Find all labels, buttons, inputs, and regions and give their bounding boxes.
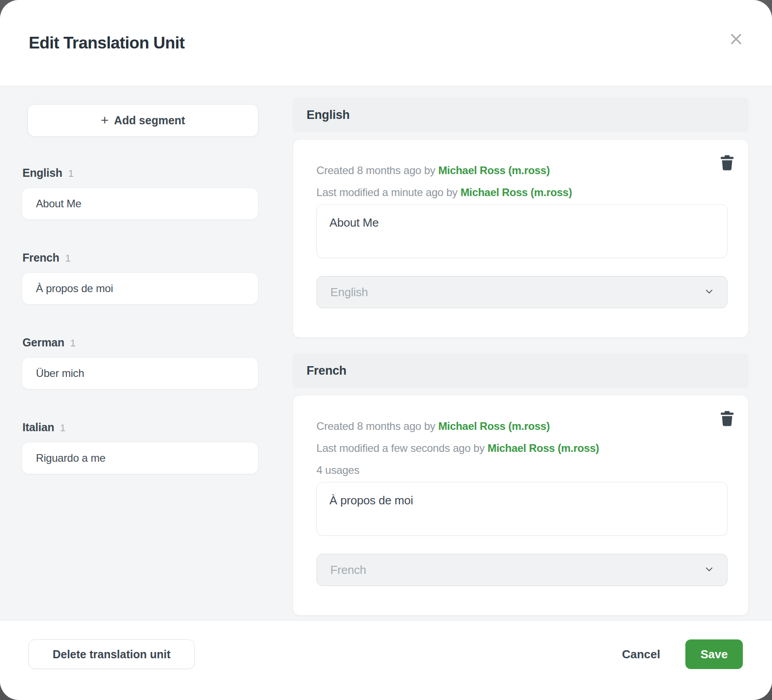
segment-list-panel: + Add segment English 1 About Me French … (22, 86, 259, 620)
section-title: English (307, 108, 350, 122)
segment-language-label: English (22, 166, 62, 179)
dialog-footer: Delete translation unit Cancel Save (0, 620, 772, 700)
segment-label-row: Italian 1 (22, 421, 259, 434)
segment-list-item-italian[interactable]: Riguardo a me (22, 442, 259, 474)
footer-actions: Cancel Save (622, 639, 743, 669)
language-select[interactable]: French (316, 554, 728, 586)
segment-count-badge: 1 (60, 422, 66, 434)
close-button[interactable] (725, 29, 747, 50)
section-header-english: English (293, 98, 749, 132)
section-header-french: French (293, 354, 749, 388)
chevron-down-icon (703, 563, 715, 577)
modified-prefix: Last modified a few seconds ago by (316, 442, 485, 454)
plus-icon: + (101, 113, 109, 128)
segment-list-item-french[interactable]: À propos de moi (22, 272, 259, 305)
modified-meta: Last modified a minute ago by Michael Ro… (316, 181, 728, 203)
edit-translation-unit-dialog: Edit Translation Unit + Add segment Engl… (0, 0, 772, 700)
segment-label-row: English 1 (22, 166, 259, 179)
language-select-value: English (330, 285, 703, 299)
trash-icon (720, 411, 734, 428)
created-prefix: Created 8 months ago by (316, 164, 435, 176)
modified-user-link[interactable]: Michael Ross (m.ross) (487, 442, 599, 454)
segment-value: Über mich (36, 367, 84, 380)
trash-icon (720, 155, 734, 172)
segment-label-row: German 1 (22, 336, 259, 349)
close-icon (728, 31, 744, 48)
usages-label: 4 usages (316, 459, 728, 481)
segment-value: About Me (36, 197, 81, 210)
segment-group-english: English 1 About Me (22, 166, 259, 220)
created-meta: Created 8 months ago by Michael Ross (m.… (316, 415, 728, 437)
chevron-down-icon (703, 285, 715, 299)
add-segment-label: Add segment (114, 114, 185, 127)
segment-count-badge: 1 (68, 168, 74, 179)
segment-group-french: French 1 À propos de moi (22, 251, 259, 305)
created-prefix: Created 8 months ago by (316, 420, 435, 432)
segment-card-french: Created 8 months ago by Michael Ross (m.… (293, 395, 749, 616)
created-meta: Created 8 months ago by Michael Ross (m.… (316, 159, 728, 181)
dialog-header: Edit Translation Unit (0, 0, 772, 86)
segment-value: Riguardo a me (36, 452, 105, 464)
language-select-value: French (330, 563, 703, 577)
save-button[interactable]: Save (685, 639, 743, 669)
delete-segment-button[interactable] (717, 153, 737, 174)
segment-text-input[interactable]: About Me (316, 204, 728, 258)
modified-user-link[interactable]: Michael Ross (m.ross) (461, 186, 572, 198)
add-segment-button[interactable]: + Add segment (27, 104, 259, 137)
created-user-link[interactable]: Michael Ross (m.ross) (438, 420, 549, 432)
delete-segment-button[interactable] (717, 409, 737, 429)
segment-editor-panel: English Created 8 months ago by Michael … (293, 86, 749, 620)
created-user-link[interactable]: Michael Ross (m.ross) (438, 164, 549, 176)
cancel-button[interactable]: Cancel (622, 639, 660, 669)
modified-meta: Last modified a few seconds ago by Micha… (316, 437, 728, 459)
delete-translation-unit-button[interactable]: Delete translation unit (28, 639, 195, 669)
segment-list-item-english[interactable]: About Me (22, 188, 259, 220)
dialog-title: Edit Translation Unit (29, 34, 184, 52)
segment-group-italian: Italian 1 Riguardo a me (22, 421, 259, 474)
segment-language-label: French (22, 251, 59, 264)
segment-count-badge: 1 (70, 337, 75, 349)
segment-value: À propos de moi (36, 282, 113, 295)
segment-list-item-german[interactable]: Über mich (22, 357, 259, 389)
segment-text-input[interactable]: À propos de moi (316, 482, 728, 536)
language-select[interactable]: English (316, 276, 728, 308)
dialog-body: + Add segment English 1 About Me French … (0, 86, 772, 620)
modified-prefix: Last modified a minute ago by (316, 186, 457, 198)
segment-count-badge: 1 (65, 253, 70, 264)
section-title: French (307, 364, 347, 378)
segment-language-label: German (22, 336, 64, 349)
segment-label-row: French 1 (22, 251, 259, 264)
segment-card-english: Created 8 months ago by Michael Ross (m.… (293, 139, 749, 338)
segment-group-german: German 1 Über mich (22, 336, 259, 389)
segment-language-label: Italian (22, 421, 54, 434)
